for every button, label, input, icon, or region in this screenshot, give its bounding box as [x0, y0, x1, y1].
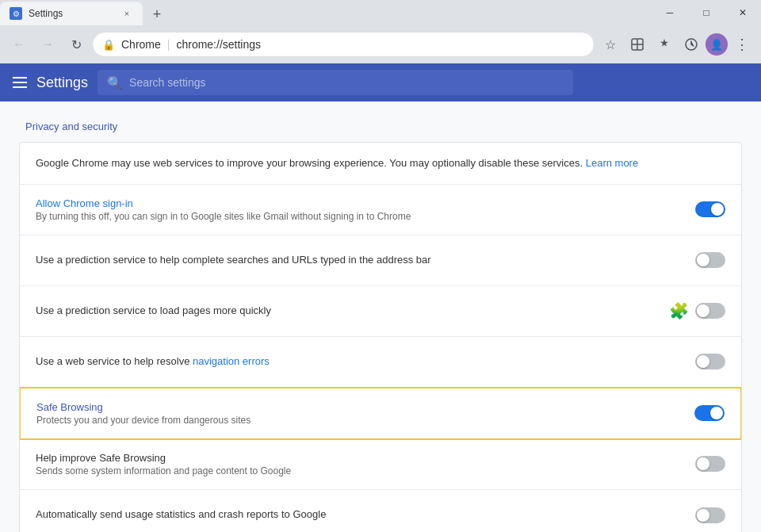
toggle-knob-usage-stats: [697, 509, 709, 522]
site-lock-icon: 🔒: [102, 39, 115, 51]
setting-label-safe-browsing: Safe Browsing: [36, 401, 694, 413]
extension2-button[interactable]: [652, 32, 677, 57]
extension1-button[interactable]: [625, 32, 650, 57]
browser-toolbar: ← → ↻ 🔒 Chrome | chrome://settings ☆ 👤 ⋮: [0, 25, 761, 63]
setting-row-help-safe-browsing: Help improve Safe Browsing Sends some sy…: [20, 439, 741, 490]
content-area: Privacy and security Google Chrome may u…: [0, 101, 761, 532]
more-options-button[interactable]: ⋮: [729, 32, 755, 57]
toggle-help-safe-browsing[interactable]: [695, 456, 725, 472]
privacy-settings-card: Google Chrome may use web services to im…: [19, 142, 742, 532]
setting-text-help-safe-browsing: Help improve Safe Browsing Sends some sy…: [36, 452, 695, 477]
new-tab-button[interactable]: +: [146, 3, 168, 25]
toolbar-actions: ☆ 👤 ⋮: [598, 32, 755, 57]
navigation-errors-link[interactable]: navigation errors: [193, 355, 270, 367]
settings-header: Settings 🔍: [0, 63, 761, 101]
toggle-prediction-searches[interactable]: [695, 252, 725, 268]
toggle-usage-stats[interactable]: [695, 507, 725, 523]
setting-text-prediction-pages: Use a prediction service to load pages m…: [36, 304, 669, 318]
setting-desc-help-safe-browsing: Sends some system information and page c…: [36, 465, 695, 477]
setting-label-usage-stats: Automatically send usage statistics and …: [36, 508, 695, 520]
settings-page-title: Settings: [36, 75, 88, 91]
menu-icon-button[interactable]: [13, 77, 27, 88]
toggle-knob-help-safe-browsing: [697, 457, 709, 470]
titlebar-tabs: ⚙ Settings × +: [0, 0, 168, 25]
setting-label-navigation-errors: Use a web service to help resolve naviga…: [36, 355, 695, 367]
tab-title: Settings: [29, 8, 63, 19]
bookmark-button[interactable]: ☆: [598, 32, 623, 57]
main-content: Privacy and security Google Chrome may u…: [0, 101, 761, 532]
tab-favicon: ⚙: [10, 7, 22, 20]
toggle-knob-prediction-searches: [697, 254, 709, 266]
setting-label-prediction-pages: Use a prediction service to load pages m…: [36, 304, 669, 316]
extension3-button[interactable]: [679, 32, 704, 57]
toggle-prediction-pages[interactable]: [695, 303, 725, 319]
reload-button[interactable]: ↻: [63, 32, 89, 57]
profile-avatar[interactable]: 👤: [706, 33, 728, 55]
close-window-button[interactable]: ✕: [725, 0, 761, 25]
back-button[interactable]: ←: [6, 32, 32, 57]
setting-row-safe-browsing: Safe Browsing Protects you and your devi…: [19, 387, 742, 440]
toggle-knob-safe-browsing: [710, 407, 723, 419]
close-tab-button[interactable]: ×: [120, 7, 133, 20]
info-row: Google Chrome may use web services to im…: [20, 143, 741, 185]
info-text: Google Chrome may use web services to im…: [36, 157, 583, 169]
setting-row-usage-stats: Automatically send usage statistics and …: [20, 490, 741, 533]
titlebar: ⚙ Settings × + ─ □ ✕: [0, 0, 761, 25]
settings-search-input[interactable]: [129, 76, 564, 89]
forward-button[interactable]: →: [35, 32, 60, 57]
setting-text-navigation-errors: Use a web service to help resolve naviga…: [36, 355, 695, 369]
setting-desc-safe-browsing: Protects you and your device from danger…: [36, 415, 694, 426]
setting-label-prediction-searches: Use a prediction service to help complet…: [36, 254, 695, 266]
setting-text-prediction-searches: Use a prediction service to help complet…: [36, 254, 695, 267]
puzzle-icon: 🧩: [669, 301, 689, 320]
toggle-allow-signin[interactable]: [695, 201, 725, 217]
setting-row-prediction-searches: Use a prediction service to help complet…: [20, 235, 741, 286]
address-separator: |: [167, 38, 170, 51]
setting-label-help-safe-browsing: Help improve Safe Browsing: [36, 452, 695, 464]
address-url: chrome://settings: [176, 38, 261, 51]
setting-desc-allow-signin: By turning this off, you can sign in to …: [36, 211, 695, 222]
minimize-button[interactable]: ─: [652, 0, 688, 25]
setting-text-safe-browsing: Safe Browsing Protects you and your devi…: [36, 401, 694, 426]
toggle-container-prediction-pages: 🧩: [669, 301, 725, 320]
address-bar[interactable]: 🔒 Chrome | chrome://settings: [92, 32, 595, 57]
active-tab[interactable]: ⚙ Settings ×: [0, 2, 143, 25]
toggle-navigation-errors[interactable]: [695, 354, 725, 369]
setting-text-usage-stats: Automatically send usage statistics and …: [36, 508, 695, 522]
learn-more-link[interactable]: Learn more: [586, 157, 638, 169]
privacy-section-title: Privacy and security: [0, 121, 761, 132]
setting-label-allow-signin: Allow Chrome sign-in: [36, 197, 695, 209]
toggle-knob-navigation-errors: [697, 355, 709, 368]
address-site-name: Chrome: [121, 38, 161, 51]
maximize-button[interactable]: □: [688, 0, 725, 25]
toggle-knob-prediction-pages: [697, 304, 709, 317]
setting-row-prediction-pages: Use a prediction service to load pages m…: [20, 286, 741, 337]
toggle-safe-browsing[interactable]: [694, 405, 725, 421]
window-controls: ─ □ ✕: [652, 0, 761, 25]
search-icon: 🔍: [107, 75, 123, 90]
settings-search-bar[interactable]: 🔍: [98, 70, 573, 95]
setting-row-navigation-errors: Use a web service to help resolve naviga…: [20, 337, 741, 388]
setting-row-allow-signin: Allow Chrome sign-in By turning this off…: [20, 185, 741, 235]
setting-text-allow-signin: Allow Chrome sign-in By turning this off…: [36, 197, 695, 222]
toggle-knob-allow-signin: [711, 203, 724, 216]
